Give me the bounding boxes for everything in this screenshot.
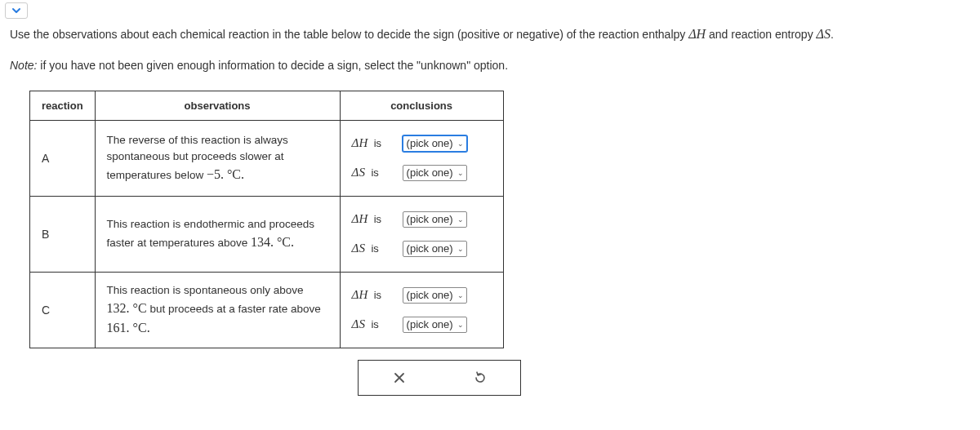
note-text: Note: if you have not been given enough … — [10, 56, 973, 74]
reaction-id: B — [30, 196, 96, 272]
delta-h-select-b[interactable]: (pick one)⌄ — [403, 211, 467, 228]
table-row: C This reaction is spontaneous only abov… — [30, 272, 504, 348]
delta-h-select-a[interactable]: (pick one)⌄ — [403, 135, 467, 152]
delta-s-label: ΔS is — [352, 166, 394, 180]
chevron-down-icon: ⌄ — [457, 215, 464, 224]
header-conclusions: conclusions — [340, 91, 503, 120]
observation-cell: This reaction is endothermic and proceed… — [95, 196, 340, 272]
reaction-table: reaction observations conclusions A The … — [29, 91, 504, 348]
instruction-text: Use the observations about each chemical… — [10, 24, 973, 45]
chevron-down-icon: ⌄ — [457, 291, 464, 299]
close-button[interactable] — [388, 366, 411, 389]
reset-button[interactable] — [469, 366, 492, 389]
chevron-down-icon: ⌄ — [457, 321, 464, 329]
delta-h-label: ΔH is — [352, 136, 394, 150]
chevron-down-icon — [11, 6, 21, 16]
delta-s-select-c[interactable]: (pick one)⌄ — [403, 317, 467, 333]
delta-h-label: ΔH is — [352, 212, 394, 226]
conclusion-cell: ΔH is (pick one)⌄ ΔS is (pick one)⌄ — [340, 196, 503, 272]
chevron-down-icon: ⌄ — [457, 169, 464, 177]
header-observations: observations — [95, 91, 340, 120]
chevron-down-icon: ⌄ — [457, 245, 464, 253]
table-row: B This reaction is endothermic and proce… — [30, 196, 504, 272]
delta-s-label: ΔS is — [352, 242, 394, 255]
reaction-id: A — [30, 120, 96, 196]
close-icon — [393, 371, 406, 384]
conclusion-cell: ΔH is (pick one)⌄ ΔS is (pick one)⌄ — [340, 272, 503, 348]
observation-cell: The reverse of this reaction is always s… — [95, 120, 340, 196]
conclusion-cell: ΔH is (pick one)⌄ ΔS is (pick one)⌄ — [340, 120, 503, 196]
action-box — [358, 360, 521, 396]
delta-h-label: ΔH is — [352, 288, 394, 302]
header-reaction: reaction — [30, 91, 96, 120]
delta-s-select-b[interactable]: (pick one)⌄ — [403, 241, 467, 257]
reset-icon — [473, 370, 488, 385]
reaction-id: C — [30, 272, 96, 348]
delta-h-select-c[interactable]: (pick one)⌄ — [403, 287, 467, 304]
chevron-down-icon: ⌄ — [457, 140, 464, 148]
delta-s-label: ΔS is — [352, 317, 394, 331]
delta-s-select-a[interactable]: (pick one)⌄ — [403, 165, 467, 181]
observation-cell: This reaction is spontaneous only above … — [95, 272, 340, 348]
table-row: A The reverse of this reaction is always… — [30, 120, 504, 196]
collapse-toggle[interactable] — [5, 2, 28, 19]
